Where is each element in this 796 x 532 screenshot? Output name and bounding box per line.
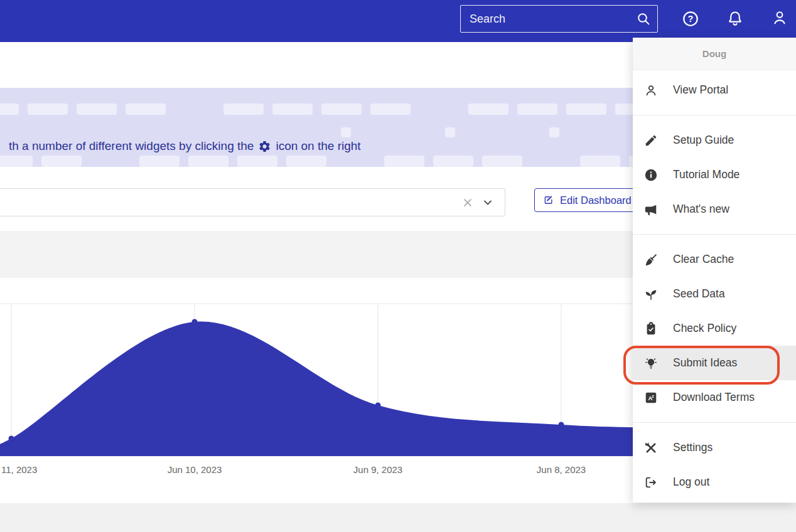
user-outline-icon [644, 83, 658, 97]
menu-divider [633, 234, 796, 235]
user-menu-body: View Portal Setup Guide Tutorial Mode [633, 70, 796, 499]
search-input[interactable] [461, 6, 657, 32]
footer-band [0, 503, 796, 532]
clear-selection-icon[interactable] [461, 196, 474, 209]
gear-icon [258, 140, 271, 153]
broom-icon [644, 253, 658, 267]
user-menu-dropdown: Doug View Portal Setup Guide Tutor [633, 38, 796, 503]
banner-text-before: th a number of different widgets by clic… [9, 139, 254, 153]
edit-pencil-square-icon [543, 194, 554, 206]
menu-divider [633, 422, 796, 423]
seedling-icon [644, 287, 658, 301]
menu-item-view-portal[interactable]: View Portal [633, 73, 796, 107]
logout-icon [644, 476, 658, 489]
menu-item-log-out[interactable]: Log out [633, 465, 796, 499]
chevron-down-icon[interactable] [481, 196, 494, 209]
info-circle-icon [644, 168, 658, 182]
menu-item-download-terms[interactable]: Az Download Terms [633, 380, 796, 415]
menu-item-label: Setup Guide [673, 134, 734, 147]
banner-text: th a number of different widgets by clic… [9, 139, 361, 153]
search-icon[interactable] [636, 11, 651, 26]
font-box-icon: Az [644, 391, 658, 405]
dashboard-select[interactable] [0, 188, 505, 216]
user-icon[interactable] [771, 9, 788, 26]
pencil-icon [644, 134, 658, 147]
menu-item-label: Seed Data [673, 287, 725, 301]
menu-item-label: Tutorial Mode [673, 168, 740, 181]
help-icon[interactable]: ? [682, 10, 699, 28]
menu-item-setup-guide[interactable]: Setup Guide [633, 123, 796, 157]
menu-item-label: Settings [673, 441, 713, 454]
x-axis-label: Jun 10, 2023 [168, 464, 222, 475]
menu-divider [633, 115, 796, 115]
svg-text:z: z [652, 394, 653, 398]
bullhorn-icon [644, 203, 658, 216]
x-axis-label: Jun 9, 2023 [353, 464, 402, 475]
menu-item-label: View Portal [673, 83, 728, 97]
menu-item-clear-cache[interactable]: Clear Cache [633, 242, 796, 277]
menu-item-submit-ideas[interactable]: Submit Ideas [633, 346, 796, 380]
clipboard-check-icon [644, 322, 658, 336]
menu-item-label: Download Terms [673, 391, 755, 404]
svg-text:?: ? [688, 14, 694, 24]
menu-item-label: What's new [673, 203, 729, 216]
banner-text-after: icon on the right [276, 139, 360, 153]
lightbulb-icon [644, 356, 658, 370]
menu-item-label: Clear Cache [673, 253, 734, 266]
menu-item-label: Log out [673, 476, 709, 489]
top-navigation-bar: ? [0, 0, 796, 42]
menu-item-label: Check Policy [673, 322, 736, 335]
edit-dashboard-label: Edit Dashboard [560, 194, 632, 206]
user-name: Doug [702, 48, 726, 59]
x-axis-label: 11, 2023 [1, 464, 37, 475]
menu-item-label: Submit Ideas [673, 356, 737, 370]
edit-dashboard-button[interactable]: Edit Dashboard [534, 188, 641, 212]
tools-icon [644, 441, 658, 455]
x-axis-label: Jun 8, 2023 [537, 464, 586, 475]
menu-item-seed-data[interactable]: Seed Data [633, 277, 796, 311]
menu-item-whats-new[interactable]: What's new [633, 192, 796, 226]
global-search[interactable] [460, 5, 658, 33]
bell-icon[interactable] [726, 9, 744, 27]
menu-item-check-policy[interactable]: Check Policy [633, 311, 796, 346]
user-menu-header: Doug [633, 38, 796, 70]
menu-item-tutorial-mode[interactable]: Tutorial Mode [633, 157, 796, 192]
menu-item-settings[interactable]: Settings [633, 430, 796, 465]
app-window: ? th a number of different widgets by cl… [0, 0, 796, 532]
